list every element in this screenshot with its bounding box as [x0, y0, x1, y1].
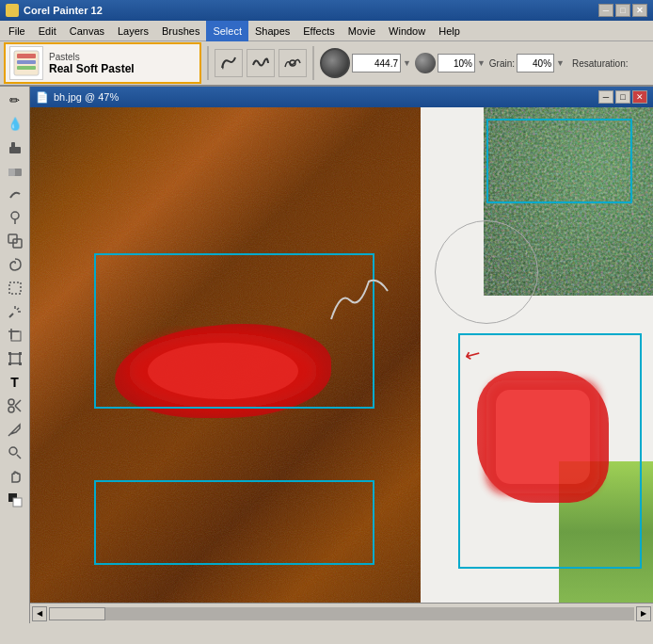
svg-line-17 [9, 314, 13, 317]
svg-line-28 [8, 434, 10, 436]
app-title: Corel Painter 12 [24, 5, 103, 16]
size-preview-circle[interactable] [320, 48, 350, 78]
svg-rect-23 [19, 352, 22, 355]
crop-tool-icon[interactable] [3, 324, 27, 346]
dodge-tool-icon[interactable] [3, 206, 27, 229]
transform-tool-icon[interactable] [3, 347, 27, 370]
size-input[interactable] [352, 54, 401, 72]
resat-label: Resaturation: [572, 58, 628, 69]
toolbar-separator-2 [312, 46, 314, 80]
stroke-type-button-1[interactable] [215, 49, 243, 77]
inner-close-button[interactable]: ✕ [632, 90, 647, 104]
marquee-tool-icon[interactable] [3, 277, 27, 299]
menu-window[interactable]: Window [382, 21, 432, 41]
svg-rect-1 [17, 54, 36, 58]
dropper-tool-icon[interactable]: 💧 [3, 112, 27, 135]
brush-icon-box [9, 46, 43, 80]
stroke-type-button-2[interactable] [247, 49, 275, 77]
color-rect-icon[interactable] [3, 489, 27, 511]
toolbar: Pastels Real Soft Pastel ▼ ▼ Gra [0, 41, 653, 87]
maximize-button[interactable]: □ [615, 4, 630, 17]
brush-selector[interactable]: Pastels Real Soft Pastel [4, 42, 201, 84]
close-button[interactable]: ✕ [632, 4, 647, 17]
opacity-input[interactable] [438, 54, 475, 72]
scroll-left-arrow[interactable]: ◀ [32, 606, 47, 621]
svg-rect-2 [17, 60, 36, 64]
svg-rect-24 [8, 362, 11, 365]
opacity-control: ▼ [415, 53, 486, 73]
lasso-tool-icon[interactable] [3, 253, 27, 276]
menu-help[interactable]: Help [432, 21, 467, 41]
svg-rect-25 [19, 362, 22, 365]
inner-window-title: bh.jpg @ 47% [54, 91, 119, 103]
svg-rect-22 [8, 352, 11, 355]
brush-preview-circle [435, 220, 538, 324]
svg-rect-21 [10, 354, 20, 363]
scroll-right-arrow[interactable]: ▶ [636, 606, 651, 621]
menu-bar: File Edit Canvas Layers Brushes Select S… [0, 21, 653, 41]
selection-rect-right [458, 333, 642, 569]
svg-rect-3 [17, 66, 36, 70]
grain-input[interactable] [517, 54, 554, 72]
inner-title-bar: 📄 bh.jpg @ 47% ─ □ ✕ [30, 87, 653, 107]
svg-point-27 [8, 407, 14, 412]
size-control: ▼ [320, 48, 411, 78]
brush-category: Pastels [49, 52, 135, 62]
svg-line-30 [17, 455, 21, 459]
svg-point-29 [9, 447, 17, 455]
svg-rect-8 [8, 169, 15, 176]
wavy-path-sketch [322, 272, 397, 330]
svg-line-16 [17, 308, 19, 310]
horizontal-scrollbar: ◀ ▶ [30, 603, 653, 623]
canvas-area: 📄 bh.jpg @ 47% ─ □ ✕ [30, 87, 653, 623]
inner-window: 📄 bh.jpg @ 47% ─ □ ✕ [30, 87, 653, 603]
clone-tool-icon[interactable] [3, 230, 27, 252]
menu-brushes[interactable]: Brushes [155, 21, 206, 41]
brush-name: Real Soft Pastel [49, 62, 135, 75]
svg-rect-5 [9, 147, 21, 153]
grain-label: Grain: [489, 58, 515, 69]
inner-window-buttons: ─ □ ✕ [598, 90, 647, 104]
menu-layers[interactable]: Layers [111, 21, 155, 41]
grain-control: Grain: ▼ [489, 54, 565, 72]
menu-shapes[interactable]: Shapes [248, 21, 296, 41]
inner-maximize-button[interactable]: □ [615, 90, 630, 104]
svg-point-9 [11, 212, 19, 219]
toolbox: ✏ 💧 T [0, 87, 30, 623]
opacity-preview[interactable] [415, 53, 436, 73]
toolbar-separator-1 [207, 46, 209, 80]
title-bar-buttons: ─ □ ✕ [598, 4, 647, 17]
magnifier-tool-icon[interactable] [3, 442, 27, 464]
scissors-tool-icon[interactable] [3, 394, 27, 417]
menu-effects[interactable]: Effects [296, 21, 341, 41]
menu-select[interactable]: Select [206, 21, 248, 41]
brush-info: Pastels Real Soft Pastel [49, 52, 135, 75]
svg-rect-13 [9, 282, 21, 294]
magic-wand-icon[interactable] [3, 300, 27, 323]
selection-rect-left-bottom [94, 480, 374, 565]
svg-rect-20 [11, 331, 21, 341]
text-tool-icon[interactable]: T [3, 371, 27, 394]
selection-rect-top-right [486, 119, 632, 203]
hand-tool-icon[interactable] [3, 465, 27, 488]
menu-canvas[interactable]: Canvas [63, 21, 111, 41]
eraser-tool-icon[interactable] [3, 159, 27, 182]
svg-rect-32 [13, 498, 22, 507]
menu-movie[interactable]: Movie [342, 21, 382, 41]
app-icon [6, 4, 19, 17]
svg-rect-6 [11, 142, 15, 148]
main-area: ✏ 💧 T [0, 87, 653, 623]
scroll-thumb[interactable] [49, 607, 105, 620]
scroll-track[interactable] [49, 607, 634, 620]
brush-tool-icon[interactable]: ✏ [3, 89, 27, 111]
menu-file[interactable]: File [2, 21, 32, 41]
menu-edit[interactable]: Edit [32, 21, 63, 41]
paint-bucket-icon[interactable] [3, 136, 27, 158]
inner-minimize-button[interactable]: ─ [598, 90, 613, 104]
smear-tool-icon[interactable] [3, 183, 27, 205]
svg-point-26 [8, 399, 14, 405]
canvas-content[interactable]: ↙ [30, 107, 653, 603]
pen-tool-icon[interactable] [3, 418, 27, 441]
minimize-button[interactable]: ─ [598, 4, 613, 17]
stroke-type-button-3[interactable] [279, 49, 307, 77]
